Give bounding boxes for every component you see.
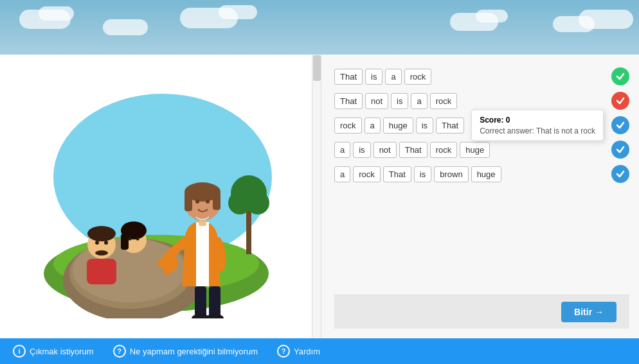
- svg-rect-17: [195, 286, 206, 318]
- right-panel: That is a rock That not is a rock: [321, 55, 639, 338]
- chip-rock-3[interactable]: rock: [334, 117, 362, 134]
- chip-a-5[interactable]: a: [334, 166, 350, 182]
- chip-that-1[interactable]: That: [334, 69, 363, 85]
- chip-huge-5[interactable]: huge: [471, 166, 501, 182]
- svg-rect-19: [196, 222, 209, 286]
- tooltip-answer: Correct answer: That is not a rock: [480, 126, 595, 135]
- chip-a-3[interactable]: a: [364, 117, 381, 134]
- main-container: That is a rock That not is a rock: [0, 55, 639, 338]
- row2-status-icon: [611, 92, 629, 110]
- chip-a-1[interactable]: a: [385, 69, 401, 85]
- svg-rect-23: [184, 192, 192, 211]
- chip-is-3[interactable]: is: [416, 117, 433, 134]
- help2-icon: ?: [277, 345, 290, 358]
- chip-that-2[interactable]: That: [334, 93, 363, 109]
- chip-is-1[interactable]: is: [365, 69, 382, 85]
- chip-is-2[interactable]: is: [391, 93, 408, 109]
- word-rows-container: That is a rock That not is a rock: [334, 64, 629, 295]
- svg-point-7: [87, 226, 116, 241]
- bitir-button[interactable]: Bitir →: [561, 302, 616, 322]
- footer-help1[interactable]: ? Ne yapmam gerektiğini bilmiyorum: [113, 345, 258, 358]
- sky-background: [0, 0, 639, 55]
- word-row-5: a rock That is brown huge: [334, 165, 629, 183]
- chip-a-4[interactable]: a: [334, 142, 350, 158]
- svg-rect-11: [87, 259, 116, 284]
- footer-exit[interactable]: i Çıkmak istiyorum: [13, 345, 94, 358]
- footer-bar: i Çıkmak istiyorum ? Ne yapmam gerektiği…: [0, 338, 639, 364]
- cloud-5: [219, 5, 257, 19]
- svg-rect-14: [121, 234, 129, 250]
- svg-point-9: [95, 241, 99, 245]
- svg-point-25: [195, 200, 199, 204]
- chip-rock-2[interactable]: rock: [430, 93, 458, 109]
- row1-status-icon: [611, 67, 629, 85]
- cloud-7: [476, 10, 508, 22]
- score-tooltip: Score: 0 Correct answer: That is not a r…: [471, 110, 604, 141]
- exit-icon: i: [13, 345, 26, 358]
- cloud-2: [39, 6, 74, 21]
- row5-status-icon: [611, 165, 629, 183]
- exit-label: Çıkmak istiyorum: [30, 347, 94, 356]
- chip-huge-4[interactable]: huge: [460, 142, 490, 158]
- cloud-9: [579, 10, 633, 29]
- help1-icon: ?: [113, 345, 126, 358]
- chip-that-3[interactable]: That: [436, 117, 464, 134]
- svg-point-26: [206, 200, 210, 204]
- word-row-3: rock a huge is That Score: 0 Correct ans…: [334, 116, 629, 134]
- word-row-2: That not is a rock: [334, 92, 629, 110]
- svg-point-15: [128, 238, 131, 241]
- footer-help2[interactable]: ? Yardım: [277, 345, 320, 358]
- svg-point-8: [95, 250, 108, 256]
- chip-brown-5[interactable]: brown: [434, 166, 468, 182]
- chip-that-5[interactable]: That: [383, 166, 411, 182]
- scrollbar-thumb: [313, 55, 321, 81]
- word-row-4: a is not That rock huge: [334, 141, 629, 159]
- chip-is-5[interactable]: is: [414, 166, 431, 182]
- word-chips-2: That not is a rock: [334, 93, 606, 109]
- word-chips-4: a is not That rock huge: [334, 142, 606, 158]
- row3-status-icon: [611, 116, 629, 134]
- chip-a-2[interactable]: a: [411, 93, 427, 109]
- svg-rect-18: [209, 286, 221, 318]
- scrollbar[interactable]: [312, 55, 321, 338]
- chip-rock-4[interactable]: rock: [430, 142, 458, 158]
- chip-rock-5[interactable]: rock: [353, 166, 381, 182]
- action-bar: Bitir →: [334, 295, 629, 329]
- illustration-area: [0, 55, 312, 338]
- tooltip-score: Score: 0: [480, 116, 595, 125]
- scene-illustration: [34, 74, 278, 318]
- cloud-3: [103, 19, 148, 35]
- svg-point-32: [246, 191, 269, 214]
- left-panel: [0, 55, 321, 338]
- chip-not-4[interactable]: not: [374, 142, 397, 158]
- chip-is-4[interactable]: is: [353, 142, 370, 158]
- svg-rect-24: [213, 192, 221, 210]
- chip-rock-1[interactable]: rock: [404, 69, 432, 85]
- chip-that-4[interactable]: That: [399, 142, 428, 158]
- svg-point-16: [136, 238, 139, 241]
- help2-label: Yardım: [294, 347, 320, 356]
- svg-point-28: [206, 314, 224, 318]
- word-chips-5: a rock That is brown huge: [334, 166, 606, 182]
- word-chips-1: That is a rock: [334, 69, 606, 85]
- row4-status-icon: [611, 141, 629, 159]
- svg-point-10: [104, 241, 108, 245]
- chip-huge-3[interactable]: huge: [383, 117, 413, 134]
- chip-not-2[interactable]: not: [365, 93, 388, 109]
- help1-label: Ne yapmam gerektiğini bilmiyorum: [130, 347, 258, 356]
- word-row-1: That is a rock: [334, 67, 629, 85]
